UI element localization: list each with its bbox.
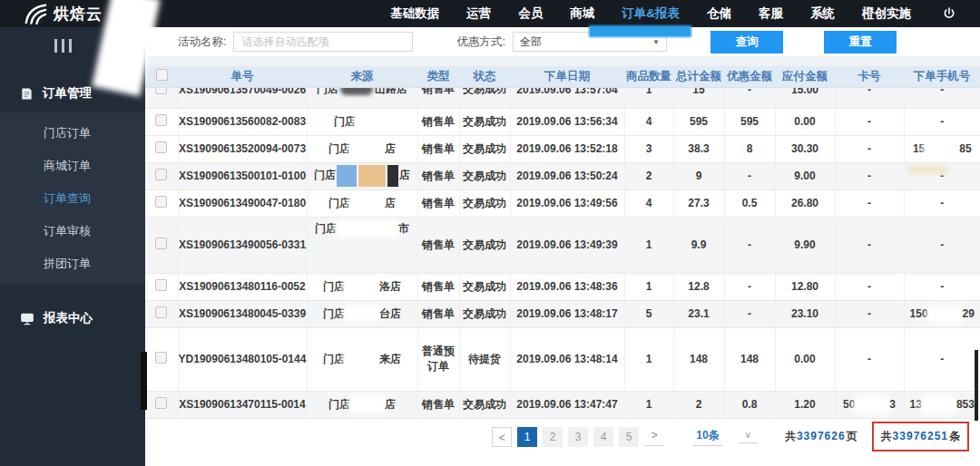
page-button[interactable]: 4 xyxy=(593,427,613,447)
cell-source: 门店洛店 xyxy=(308,279,417,295)
nav-item[interactable]: 客服 xyxy=(759,5,783,22)
cell-disc: 0.5 xyxy=(725,197,775,209)
nav-item[interactable]: 会员 xyxy=(518,5,543,22)
cell-id: XS19090613570049-0026 xyxy=(179,87,307,96)
cell-disc: - xyxy=(725,238,775,251)
nav-item[interactable]: 系统 xyxy=(810,5,835,22)
column-header: 总计金额 xyxy=(673,66,724,87)
nav-item[interactable]: 运营 xyxy=(466,5,491,22)
sidebar-item[interactable]: 订单审核 xyxy=(0,215,145,248)
row-checkbox[interactable] xyxy=(155,397,167,409)
cell-qty: 1 xyxy=(625,87,673,96)
order-query-page: 烘焙云 欢迎 基础数据运营会员商城订单&报表仓储客服系统橙创实施 订单管理 门店… xyxy=(0,0,980,466)
cell-id: XS19090613480116-0052 xyxy=(179,280,307,293)
sidebar-item[interactable]: 商城订单 xyxy=(0,150,145,182)
page-button[interactable]: 3 xyxy=(568,427,588,447)
row-checkbox[interactable] xyxy=(155,141,167,153)
cell-pay: 23.10 xyxy=(776,307,835,320)
row-checkbox[interactable] xyxy=(155,196,167,208)
chevron-down-icon[interactable]: ∨ xyxy=(739,430,758,443)
next-page-button[interactable]: > xyxy=(644,428,664,446)
column-header: 类型 xyxy=(417,66,459,87)
cell-id: XS19090613500101-0100 xyxy=(179,170,307,182)
row-checkbox[interactable] xyxy=(155,352,167,364)
cell-pay: 0.00 xyxy=(776,353,835,365)
cell-qty: 2 xyxy=(625,170,673,182)
cell-qty: 1 xyxy=(625,398,673,411)
cell-card: - xyxy=(836,170,904,182)
top-nav: 基础数据运营会员商城订单&报表仓储客服系统橙创实施 xyxy=(390,5,911,22)
table-header-row: 单号来源类型状态下单日期商品数量总计金额优惠金额应付金额卡号下单手机号 xyxy=(145,66,980,87)
cell-disc: - xyxy=(725,87,775,96)
redaction-blur xyxy=(907,166,949,174)
cell-disc: 148 xyxy=(725,353,775,365)
row-checkbox[interactable] xyxy=(155,238,167,249)
table-row: XS19090613560082-0083门店销售单交易成功2019.09.06… xyxy=(145,108,980,135)
cell-type: 销售单 xyxy=(418,169,459,184)
nav-item[interactable]: 仓储 xyxy=(707,5,731,22)
row-checkbox[interactable] xyxy=(155,169,167,180)
cell-card: - xyxy=(836,197,904,209)
sidebar-item[interactable]: 订单查询 xyxy=(0,182,145,215)
cell-date: 2019.09.06 13:49:39 xyxy=(511,238,624,251)
sidebar-item[interactable]: 门店订单 xyxy=(0,117,145,150)
cell-source: 门店台店 xyxy=(308,306,417,322)
table-row: XS19090613490056-0331门店市销售单交易成功2019.09.0… xyxy=(145,217,980,273)
row-checkbox[interactable] xyxy=(155,87,167,94)
select-all-checkbox[interactable] xyxy=(156,69,168,81)
cell-date: 2019.09.06 13:48:36 xyxy=(511,280,624,293)
page-button[interactable]: 1 xyxy=(517,427,537,447)
divider-strip xyxy=(145,56,980,66)
app-title: 烘焙云 xyxy=(54,4,103,24)
cell-source: 门店店 xyxy=(308,196,417,211)
cell-source: 门店店 xyxy=(308,141,417,157)
activity-name-input[interactable] xyxy=(233,32,413,52)
table-row: XS19090613470115-0014门店店销售单交易成功2019.09.0… xyxy=(145,391,980,418)
page-button[interactable]: 5 xyxy=(619,427,639,447)
cell-type: 销售单 xyxy=(418,306,459,322)
nav-item[interactable]: 橙创实施 xyxy=(862,5,911,22)
cell-pay: 26.80 xyxy=(776,197,835,209)
total-records-highlight: 共33976251条 xyxy=(872,422,969,451)
nav-item[interactable]: 订单&报表 xyxy=(622,5,680,22)
sidebar-item[interactable]: 拼团订单 xyxy=(0,248,145,280)
redaction-blur xyxy=(352,400,383,409)
redaction-blur xyxy=(347,309,377,318)
cell-date: 2019.09.06 13:47:47 xyxy=(511,398,624,411)
pagination: < 12345 > 10条 ∨ 共3397626页 共33976251条 xyxy=(145,419,980,455)
nav-item[interactable]: 基础数据 xyxy=(390,5,439,22)
cell-card: - xyxy=(836,280,904,293)
sidebar-section-report-center[interactable]: 报表中心 xyxy=(0,299,145,337)
cell-total: 2 xyxy=(674,398,724,411)
row-checkbox[interactable] xyxy=(155,306,167,318)
cell-phone: - xyxy=(905,115,980,128)
table-body: XS19090613570049-0026门店山路店销售单交易成功2019.09… xyxy=(145,87,980,418)
cell-pay: 1.20 xyxy=(776,398,835,411)
redaction-blur xyxy=(352,199,383,208)
redaction-block xyxy=(141,352,147,410)
activity-name-label: 活动名称: xyxy=(178,34,226,50)
cell-status: 交易成功 xyxy=(460,87,510,97)
cell-disc: - xyxy=(725,280,775,293)
row-checkbox[interactable] xyxy=(155,114,167,126)
nav-item[interactable]: 商城 xyxy=(570,5,594,22)
row-checkbox[interactable] xyxy=(155,279,167,291)
power-icon[interactable] xyxy=(942,6,956,21)
cell-qty: 4 xyxy=(625,197,673,209)
cell-card: - xyxy=(836,87,904,96)
search-button[interactable]: 查询 xyxy=(710,31,783,53)
dropdown-arrow-icon: ▼ xyxy=(652,38,660,46)
page-size-select[interactable]: 10条 xyxy=(693,428,721,446)
orders-icon xyxy=(20,87,34,101)
cell-id: XS19090613480045-0339 xyxy=(179,307,307,320)
cell-pay: 0.00 xyxy=(776,115,835,128)
column-header: 来源 xyxy=(307,66,417,87)
cell-card: 503 xyxy=(836,398,904,411)
prev-page-button[interactable]: < xyxy=(492,427,512,447)
redaction-blur xyxy=(930,310,961,319)
cell-date: 2019.09.06 13:48:17 xyxy=(511,307,624,320)
reset-button[interactable]: 重置 xyxy=(824,31,897,53)
page-button[interactable]: 2 xyxy=(543,427,563,447)
cell-phone: - xyxy=(905,197,980,209)
redaction-blur xyxy=(358,117,388,126)
